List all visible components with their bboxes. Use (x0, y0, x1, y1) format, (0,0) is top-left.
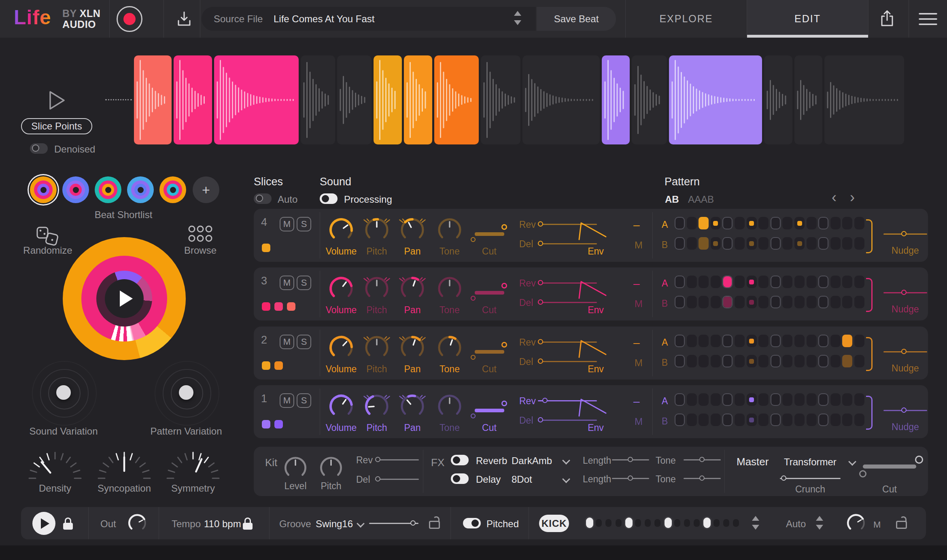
denoised-toggle[interactable] (30, 143, 48, 154)
env-shape[interactable] (578, 279, 607, 301)
step-cell[interactable] (747, 335, 757, 347)
step-cell[interactable] (758, 296, 769, 308)
delay-tone-slider[interactable] (684, 475, 721, 482)
row-mute-label[interactable]: M (635, 298, 643, 310)
step-cell[interactable] (818, 393, 828, 406)
step-cell[interactable] (699, 335, 709, 347)
add-beat-button[interactable]: + (193, 176, 219, 203)
kit-rev-slider[interactable] (375, 456, 419, 463)
step-cell[interactable] (735, 276, 745, 288)
slider-handle[interactable] (901, 290, 907, 295)
step-cell[interactable] (854, 414, 864, 426)
nudge-slider[interactable] (883, 348, 927, 355)
step-cell[interactable] (818, 355, 828, 367)
step-cell[interactable] (699, 414, 709, 426)
choke-minus[interactable]: – (633, 277, 640, 290)
step-cell[interactable] (807, 355, 817, 367)
groove-chevron-icon[interactable] (357, 520, 365, 528)
step-cell[interactable] (722, 355, 733, 367)
slider-handle[interactable] (538, 221, 543, 227)
step-cell[interactable] (842, 237, 852, 250)
step-cell[interactable] (687, 217, 697, 229)
transport-dot-5[interactable] (625, 518, 633, 528)
download-button[interactable] (175, 10, 193, 30)
record-button[interactable] (117, 6, 142, 32)
step-cell[interactable] (794, 335, 805, 347)
mute-button[interactable]: M (280, 217, 294, 231)
step-cell[interactable] (782, 276, 792, 288)
step-cell[interactable] (711, 355, 721, 367)
step-cell[interactable] (771, 414, 781, 426)
step-cell[interactable] (842, 335, 852, 347)
step-cell[interactable] (830, 276, 841, 288)
step-cell[interactable] (675, 217, 685, 229)
cut-bar[interactable] (475, 232, 504, 236)
step-cell[interactable] (758, 393, 769, 406)
pattern-next-button[interactable]: › (850, 191, 855, 204)
slider-handle[interactable] (781, 475, 786, 481)
step-cell[interactable] (675, 414, 685, 426)
reverb-preset-value[interactable]: DarkAmb (512, 455, 552, 467)
step-cell[interactable] (735, 393, 745, 406)
cut-bar[interactable] (475, 350, 504, 354)
transport-dot-13[interactable] (703, 518, 711, 528)
slider-handle[interactable] (538, 299, 543, 305)
step-cell[interactable] (747, 237, 757, 250)
step-cell[interactable] (687, 237, 697, 250)
step-cell[interactable] (711, 414, 721, 426)
choke-minus[interactable]: – (633, 336, 640, 349)
step-cell[interactable] (735, 414, 745, 426)
slider-handle[interactable] (901, 231, 907, 236)
step-cell[interactable] (830, 237, 841, 250)
transport-dot-8[interactable] (654, 519, 660, 527)
beat-wheel[interactable] (63, 237, 186, 360)
step-cell[interactable] (711, 393, 721, 406)
step-cell[interactable] (782, 237, 792, 250)
transport-dot-16[interactable] (733, 519, 739, 527)
step-cell[interactable] (807, 393, 817, 406)
slice-stepper-up[interactable] (752, 516, 759, 521)
transport-play-button[interactable] (32, 512, 55, 535)
slider-handle[interactable] (375, 457, 380, 462)
step-cell[interactable] (687, 393, 697, 406)
waveform-slice-colored[interactable] (134, 55, 172, 144)
volume-knob[interactable] (326, 215, 357, 244)
step-cell[interactable] (735, 237, 745, 250)
step-cell[interactable] (818, 335, 828, 347)
waveform-slice-colored[interactable] (434, 55, 479, 144)
step-cell[interactable] (747, 296, 757, 308)
transport-dot-3[interactable] (605, 519, 612, 527)
shortlist-beat-2[interactable] (62, 176, 89, 203)
slider-handle[interactable] (699, 475, 705, 481)
step-cell[interactable] (807, 414, 817, 426)
delay-length-slider[interactable] (612, 475, 649, 482)
step-cell[interactable] (818, 296, 828, 308)
wheel-play-button[interactable] (105, 279, 144, 318)
slider-handle[interactable] (538, 280, 543, 285)
slider-handle[interactable] (538, 417, 543, 422)
step-cell[interactable] (771, 355, 781, 367)
step-cell[interactable] (830, 335, 841, 347)
step-cell[interactable] (758, 276, 769, 288)
step-cell[interactable] (771, 335, 781, 347)
step-cell[interactable] (758, 414, 769, 426)
pitch-knob[interactable] (361, 274, 392, 303)
transport-dot-4[interactable] (616, 519, 622, 527)
step-cell[interactable] (675, 335, 685, 347)
step-cell[interactable] (699, 296, 709, 308)
waveform-slice-colored[interactable] (174, 55, 212, 144)
step-cell[interactable] (794, 276, 805, 288)
volume-knob[interactable] (326, 274, 357, 303)
reverb-tone-slider[interactable] (684, 456, 721, 463)
delay-preset-value[interactable]: 8Dot (512, 474, 532, 485)
waveform-slice-colored[interactable] (374, 55, 402, 144)
step-cell[interactable] (735, 335, 745, 347)
step-cell[interactable] (722, 276, 733, 288)
gauge-holder[interactable] (90, 439, 159, 483)
groove-slider[interactable] (369, 520, 418, 526)
step-cell[interactable] (807, 335, 817, 347)
waveform-slice-dark[interactable] (481, 55, 520, 144)
reverb-toggle[interactable] (451, 455, 469, 465)
step-cell[interactable] (771, 276, 781, 288)
browse-button[interactable] (188, 225, 213, 244)
